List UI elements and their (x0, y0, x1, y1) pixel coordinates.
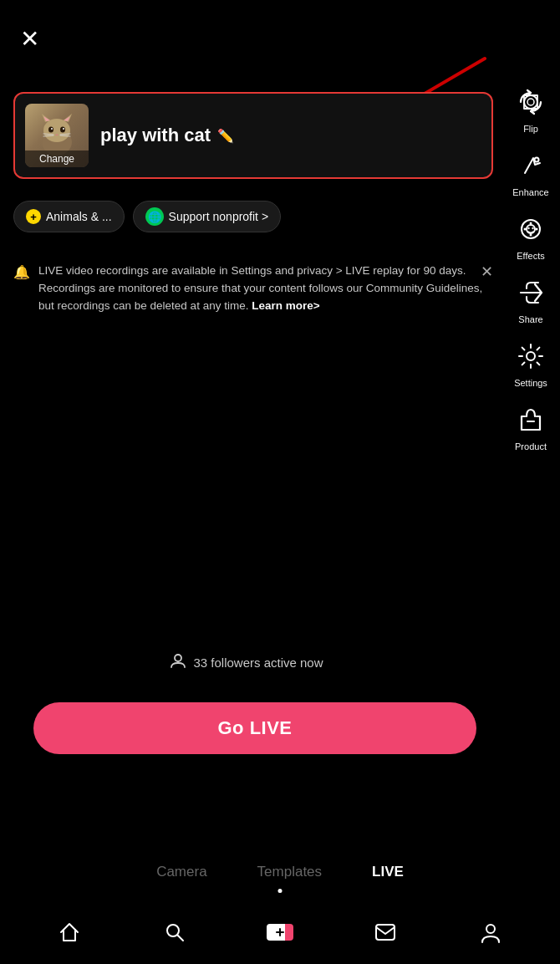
edit-title-icon[interactable]: ✏️ (217, 128, 234, 144)
stream-title: play with cat ✏️ (100, 125, 234, 146)
tag-animals[interactable]: + Animals & ... (13, 201, 125, 232)
svg-point-27 (532, 227, 533, 229)
sidebar-item-share[interactable]: Share (512, 274, 549, 324)
nav-live[interactable]: LIVE (372, 864, 404, 880)
followers-row: 33 followers active now (0, 652, 493, 673)
learn-more-link[interactable]: Learn more> (252, 299, 319, 312)
svg-point-11 (63, 128, 64, 130)
sidebar-item-settings[interactable]: Settings (512, 338, 549, 388)
title-info: play with cat ✏️ (100, 125, 234, 146)
nav-indicator-dot (278, 889, 283, 893)
svg-point-23 (530, 234, 532, 237)
title-card: Change play with cat ✏️ (13, 92, 493, 179)
settings-icon (512, 338, 549, 375)
notice-text: LIVE video recordings are available in S… (38, 263, 493, 315)
svg-point-18 (527, 99, 534, 105)
svg-line-31 (178, 936, 184, 941)
followers-text: 33 followers active now (193, 655, 323, 670)
svg-point-26 (527, 227, 529, 229)
bell-icon: 🔔 (13, 264, 30, 280)
svg-point-38 (486, 925, 495, 933)
bottom-profile-icon[interactable] (476, 917, 506, 947)
svg-point-29 (175, 655, 181, 661)
change-cover-label[interactable]: Change (25, 150, 89, 167)
sidebar-item-product[interactable]: Product (512, 401, 549, 451)
right-sidebar: Flip Enhance Effects (501, 84, 560, 451)
product-label: Product (515, 441, 547, 451)
svg-point-9 (60, 127, 65, 133)
close-button[interactable]: ✕ (20, 25, 39, 53)
flip-label: Flip (523, 124, 538, 134)
bottom-add-icon[interactable] (265, 917, 295, 947)
nav-templates[interactable]: Templates (257, 864, 322, 880)
go-live-button[interactable]: Go LIVE (33, 702, 476, 754)
flip-icon (512, 84, 549, 120)
bottom-inbox-icon[interactable] (370, 917, 400, 947)
bottom-home-icon[interactable] (54, 917, 84, 947)
notice-box: 🔔 LIVE video recordings are available in… (13, 251, 493, 327)
svg-point-24 (524, 228, 527, 231)
svg-point-3 (43, 119, 70, 142)
effects-icon (512, 211, 549, 247)
product-icon (512, 401, 549, 438)
share-icon (512, 274, 549, 311)
settings-label: Settings (514, 378, 547, 388)
tags-row: + Animals & ... 🌐 Support nonprofit > (13, 201, 281, 232)
svg-point-19 (535, 158, 539, 162)
svg-point-17 (524, 95, 537, 109)
svg-point-25 (536, 228, 538, 231)
nav-camera[interactable]: Camera (156, 864, 206, 880)
sidebar-item-flip[interactable]: Flip (512, 84, 549, 134)
enhance-icon (512, 147, 549, 184)
svg-point-8 (48, 127, 53, 133)
share-label: Share (518, 314, 542, 324)
svg-point-10 (51, 128, 53, 130)
close-notice-button[interactable]: ✕ (481, 263, 493, 281)
bottom-search-icon[interactable] (160, 917, 190, 947)
svg-point-28 (527, 352, 535, 360)
svg-point-22 (530, 222, 532, 225)
sidebar-item-enhance[interactable]: Enhance (512, 147, 549, 197)
effects-label: Effects (517, 251, 544, 261)
animals-icon: + (26, 209, 41, 224)
enhance-label: Enhance (512, 187, 548, 197)
cover-thumbnail[interactable]: Change (25, 104, 89, 167)
bottom-nav: Camera Templates LIVE (0, 864, 560, 880)
svg-rect-37 (376, 925, 395, 940)
sidebar-item-effects[interactable]: Effects (512, 211, 549, 261)
tag-nonprofit[interactable]: 🌐 Support nonprofit > (133, 201, 281, 232)
nonprofit-icon: 🌐 (145, 207, 164, 226)
followers-icon (170, 652, 186, 673)
bottom-icons-row (0, 917, 560, 947)
